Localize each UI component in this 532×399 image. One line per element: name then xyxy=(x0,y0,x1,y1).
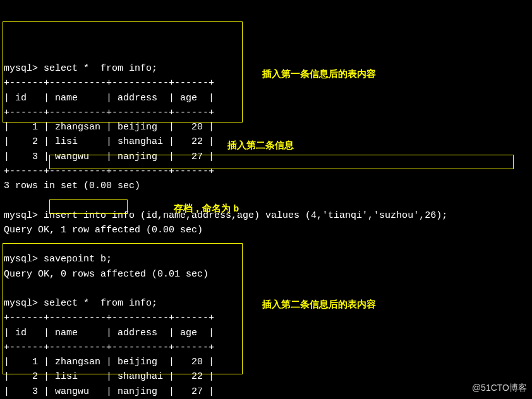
table1-footer: 3 rows in set (0.00 sec) xyxy=(4,181,140,191)
prompt: mysql> xyxy=(4,210,38,221)
table1-row: | 2 | lisi | shanghai | 22 | xyxy=(4,136,214,147)
table2-border: +------+----------+----------+------+ xyxy=(4,342,214,353)
table1-border: +------+----------+----------+------+ xyxy=(4,78,214,88)
sql-savepoint: savepoint b; xyxy=(44,254,112,265)
table2-row: | 3 | wangwu | nanjing | 27 | xyxy=(4,386,214,397)
sql-select-1: select * from info; xyxy=(44,63,157,74)
table1-border: +------+----------+----------+------+ xyxy=(4,166,214,177)
prompt: mysql> xyxy=(4,298,38,309)
watermark: @51CTO博客 xyxy=(472,381,527,395)
annotation-first-insert: 插入第一条信息后的表内容 xyxy=(262,66,376,81)
insert-response: Query OK, 1 row affected (0.00 sec) xyxy=(4,225,203,235)
savepoint-response: Query OK, 0 rows affected (0.01 sec) xyxy=(4,269,209,280)
prompt: mysql> xyxy=(4,254,38,265)
annotation-second-insert-header: 插入第二条信息 xyxy=(227,138,294,152)
table1-border: +------+----------+----------+------+ xyxy=(4,107,214,118)
sql-select-2: select * from info; xyxy=(44,298,157,309)
terminal-output: mysql> select * from info; +------+-----… xyxy=(4,61,528,399)
annotation-savepoint-prefix: 存档，命名为 xyxy=(174,203,233,213)
table2-header: | id | name | address | age | xyxy=(4,328,214,338)
sql-insert: insert into info (id,name,address,age) v… xyxy=(44,210,447,221)
prompt: mysql> xyxy=(4,63,38,74)
annotation-savepoint: 存档，命名为 b xyxy=(174,201,239,217)
table2-border: +------+----------+----------+------+ xyxy=(4,313,214,323)
annotation-second-insert-content: 插入第二条信息后的表内容 xyxy=(262,297,376,311)
table1-header: | id | name | address | age | xyxy=(4,93,214,104)
table1-row: | 1 | zhangsan | beijing | 20 | xyxy=(4,122,214,133)
table2-row: | 2 | lisi | shanghai | 22 | xyxy=(4,371,214,382)
annotation-savepoint-kw: b xyxy=(233,204,239,215)
table1-row: | 3 | wangwu | nanjing | 27 | xyxy=(4,152,214,162)
table2-row: | 1 | zhangsan | beijing | 20 | xyxy=(4,357,214,367)
